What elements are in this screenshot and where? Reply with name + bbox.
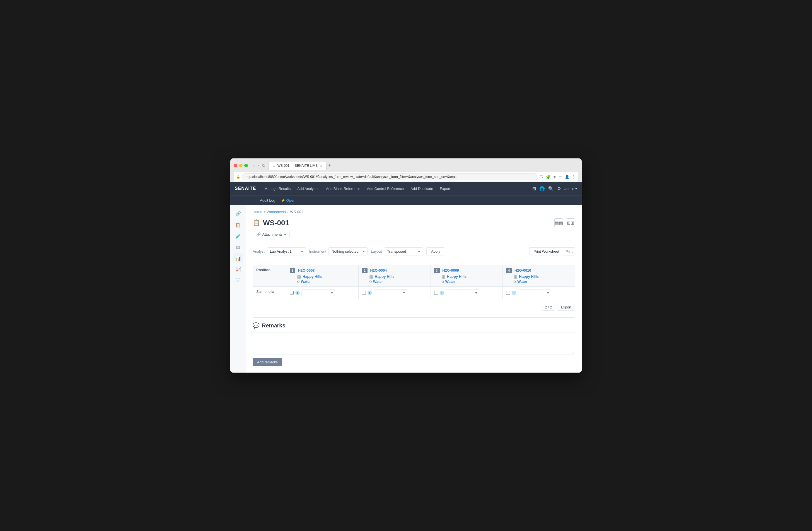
nav-export[interactable]: Export <box>437 183 453 195</box>
result-cell-3: i <box>431 287 503 299</box>
info-icon-2[interactable]: i <box>367 291 372 295</box>
back-button[interactable]: ‹ <box>252 163 256 168</box>
page-header: 📋 WS-001 ▤▤ ⊞⊞ <box>252 218 575 227</box>
type-link-1[interactable]: Water <box>301 279 311 284</box>
pos-num-1: 1 <box>290 268 295 273</box>
instrument-label: Instrument <box>309 249 326 254</box>
result-select-1[interactable] <box>302 289 335 296</box>
nav-add-blank-reference[interactable]: Add Blank Reference <box>323 183 363 195</box>
nav-add-analyses[interactable]: Add Analyses <box>294 183 322 195</box>
user-menu[interactable]: admin ▾ <box>564 187 577 191</box>
barcode-icon[interactable]: ▤▤ <box>554 218 563 227</box>
result-select-2[interactable] <box>374 289 407 296</box>
layout-group: Layout Transposed <box>371 247 423 256</box>
info-icon-1[interactable]: i <box>295 291 300 295</box>
window-icon: ▭ <box>559 175 563 179</box>
breadcrumb-sep-1: / <box>264 210 265 214</box>
print-worksheet-button[interactable]: Print Worksheet <box>529 247 563 256</box>
breadcrumb-current: WS-001 <box>290 210 303 214</box>
sidebar-item-flask[interactable]: 🧪 <box>233 231 243 241</box>
forward-button[interactable]: › <box>257 163 260 168</box>
sidebar-item-clipboard[interactable]: 📋 <box>233 220 243 230</box>
language-icon[interactable]: 🌐 <box>539 186 545 191</box>
result-checkbox-2[interactable] <box>362 291 366 295</box>
building-icon-2: 🏢 <box>369 275 373 278</box>
pos-num-2: 2 <box>362 268 367 273</box>
shield-icon: 🛡 <box>540 175 544 179</box>
client-link-2[interactable]: Happy Hills <box>375 274 394 278</box>
reload-button[interactable]: ↻ <box>261 163 266 168</box>
maximize-button[interactable] <box>244 164 248 167</box>
search-icon[interactable]: 🔍 <box>548 186 554 191</box>
analysis-label: Salmonella <box>253 287 286 299</box>
client-link-1[interactable]: Happy Hills <box>303 274 322 278</box>
tab-close-icon[interactable]: × <box>320 163 322 168</box>
client-link-3[interactable]: Happy Hills <box>447 274 467 278</box>
sidebar-item-link[interactable]: 🔗 <box>233 209 243 219</box>
analyst-select[interactable]: Lab Analyst 1 <box>267 247 306 256</box>
result-checkbox-4[interactable] <box>506 291 510 295</box>
sidebar-item-layers[interactable]: ▤ <box>233 242 243 252</box>
sample-1-details: 🏢 Happy Hills ◇ Water <box>290 274 355 284</box>
client-link-4[interactable]: Happy Hills <box>519 274 539 278</box>
export-button[interactable]: Export <box>557 304 575 311</box>
building-icon-1: 🏢 <box>297 275 301 278</box>
sample-link-3[interactable]: H2O-0009 <box>442 268 459 272</box>
result-checkbox-3[interactable] <box>434 291 438 295</box>
breadcrumb-sep-2: / <box>288 210 289 214</box>
add-remarks-button[interactable]: Add remarks <box>252 358 282 366</box>
type-link-2[interactable]: Water <box>373 279 383 284</box>
active-tab[interactable]: ⊡ WS-001 — SENAITE LIMS × <box>269 161 327 170</box>
sample-col-1: 1 H2O-0003 🏢 Happy Hills ◇ <box>286 265 359 287</box>
breadcrumb-home[interactable]: Home <box>252 210 262 214</box>
remarks-textarea[interactable] <box>252 332 575 355</box>
qr-code-icon[interactable]: ⊞⊞ <box>566 218 575 227</box>
sample-link-1[interactable]: H2O-0003 <box>298 268 315 272</box>
new-tab-button[interactable]: + <box>328 162 331 169</box>
settings-icon[interactable]: ⚙ <box>557 186 561 191</box>
instrument-select[interactable]: Nothing selected <box>329 247 367 256</box>
menu-icon: ⋮ <box>571 175 576 179</box>
worksheet-title-icon: 📋 <box>252 219 260 227</box>
nav-open-status[interactable]: ⚡ Open <box>278 196 299 205</box>
building-icon-4: 🏢 <box>513 275 518 278</box>
analyst-group: Analyst Lab Analyst 1 <box>252 247 306 256</box>
nav-manage-results[interactable]: Manage Results <box>262 183 293 195</box>
layout-select[interactable]: Transposed <box>384 247 423 256</box>
print-button[interactable]: Print <box>563 247 575 256</box>
result-select-3[interactable] <box>446 289 479 296</box>
remarks-icon: 💬 <box>252 322 260 329</box>
nav-add-duplicate[interactable]: Add Duplicate <box>408 183 436 195</box>
remarks-title: 💬 Remarks <box>252 322 575 329</box>
breadcrumb-worksheets[interactable]: Worksheets <box>266 210 286 214</box>
analyst-label: Analyst <box>252 249 265 254</box>
diamond-icon-1: ◇ <box>297 280 300 284</box>
grid-icon[interactable]: ⊞ <box>532 186 536 191</box>
pos-num-4: 4 <box>506 268 512 273</box>
nav-audit-log[interactable]: Audit Log <box>257 196 278 205</box>
info-icon-3[interactable]: i <box>440 291 444 295</box>
profile-icon: 👤 <box>565 175 569 179</box>
sidebar-item-report[interactable]: 📈 <box>233 264 243 274</box>
result-select-4[interactable] <box>518 289 551 296</box>
sidebar-item-list[interactable]: 📄 <box>233 275 243 286</box>
sample-3-details: 🏢 Happy Hills ◇ Water <box>434 274 499 284</box>
minimize-button[interactable] <box>239 164 243 167</box>
paperclip-icon: 🔗 <box>256 232 261 236</box>
attachments-label: Attachments <box>262 232 282 236</box>
extension-icon-2: ★ <box>553 175 556 179</box>
close-button[interactable] <box>234 164 237 167</box>
type-link-3[interactable]: Water <box>445 279 455 284</box>
nav-add-control-reference[interactable]: Add Control Reference <box>364 183 407 195</box>
info-icon-4[interactable]: i <box>512 291 516 295</box>
type-link-4[interactable]: Water <box>517 279 527 284</box>
sample-link-2[interactable]: H2O-0004 <box>370 268 387 272</box>
worksheet-table: Position 1 H2O-0003 🏢 Happy Hills <box>252 265 575 299</box>
attachments-button[interactable]: 🔗 Attachments ▾ <box>252 231 290 238</box>
result-checkbox-1[interactable] <box>290 291 294 295</box>
sample-link-4[interactable]: H2O-0010 <box>514 268 531 272</box>
apply-button[interactable]: Apply <box>426 247 445 256</box>
sidebar-item-worksheet[interactable]: 📊 <box>233 253 243 263</box>
address-bar[interactable]: http://localhost:8080/demo/worksheets/WS… <box>242 173 538 180</box>
remarks-section: 💬 Remarks Add remarks <box>252 322 575 366</box>
